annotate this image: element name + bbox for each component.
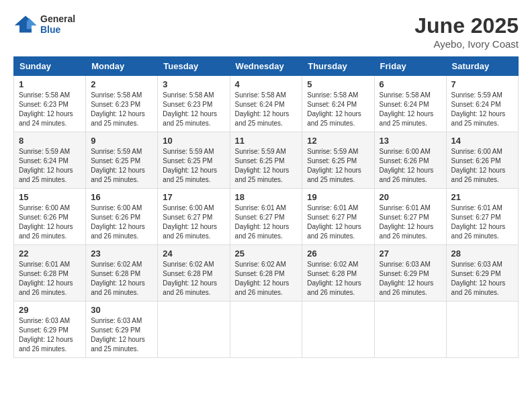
day-info: Sunrise: 5:58 AM Sunset: 6:24 PM Dayligh… [235,91,298,128]
day-info: Sunrise: 6:01 AM Sunset: 6:27 PM Dayligh… [451,203,513,241]
day-info: Sunrise: 5:58 AM Sunset: 6:23 PM Dayligh… [19,91,81,128]
calendar-cell: 21Sunrise: 6:01 AM Sunset: 6:27 PM Dayli… [446,189,518,245]
calendar-cell: 25Sunrise: 6:02 AM Sunset: 6:28 PM Dayli… [230,245,302,302]
calendar-cell: 14Sunrise: 6:00 AM Sunset: 6:26 PM Dayli… [446,132,518,189]
logo-text: General Blue [40,13,75,35]
calendar-cell: 18Sunrise: 6:01 AM Sunset: 6:27 PM Dayli… [230,189,302,245]
calendar-cell: 19Sunrise: 6:01 AM Sunset: 6:27 PM Dayli… [302,189,374,245]
day-info: Sunrise: 5:59 AM Sunset: 6:25 PM Dayligh… [235,147,298,185]
logo: General Blue [13,13,75,35]
day-number: 4 [235,79,298,89]
day-number: 2 [91,79,152,89]
logo-icon [13,14,38,34]
day-info: Sunrise: 6:00 AM Sunset: 6:26 PM Dayligh… [91,203,152,241]
day-number: 11 [235,136,298,146]
column-header-sunday: Sunday [14,57,86,76]
calendar-cell: 23Sunrise: 6:02 AM Sunset: 6:28 PM Dayli… [86,245,158,302]
calendar-cell: 22Sunrise: 6:01 AM Sunset: 6:28 PM Dayli… [14,245,86,302]
calendar-cell [446,302,518,358]
day-number: 16 [91,192,152,202]
day-info: Sunrise: 6:02 AM Sunset: 6:28 PM Dayligh… [163,260,224,298]
calendar-cell [230,302,302,358]
day-info: Sunrise: 5:58 AM Sunset: 6:24 PM Dayligh… [307,91,369,128]
day-number: 21 [451,192,513,202]
day-info: Sunrise: 6:02 AM Sunset: 6:28 PM Dayligh… [235,260,298,298]
day-info: Sunrise: 6:03 AM Sunset: 6:29 PM Dayligh… [380,260,441,298]
day-info: Sunrise: 5:58 AM Sunset: 6:24 PM Dayligh… [380,91,441,128]
calendar-cell: 13Sunrise: 6:00 AM Sunset: 6:26 PM Dayli… [374,132,446,189]
calendar-cell: 29Sunrise: 6:03 AM Sunset: 6:29 PM Dayli… [14,302,86,358]
svg-marker-1 [27,18,36,29]
day-number: 22 [19,248,81,259]
column-header-monday: Monday [86,57,158,76]
day-info: Sunrise: 6:00 AM Sunset: 6:26 PM Dayligh… [380,147,441,185]
day-number: 13 [380,136,441,146]
day-info: Sunrise: 6:00 AM Sunset: 6:26 PM Dayligh… [19,203,81,241]
day-number: 17 [163,192,224,202]
day-number: 10 [163,136,224,146]
calendar-header-row: SundayMondayTuesdayWednesdayThursdayFrid… [14,57,519,76]
calendar-cell: 16Sunrise: 6:00 AM Sunset: 6:26 PM Dayli… [86,189,158,245]
calendar-cell: 20Sunrise: 6:01 AM Sunset: 6:27 PM Dayli… [374,189,446,245]
day-number: 7 [451,79,513,89]
calendar-table: SundayMondayTuesdayWednesdayThursdayFrid… [13,56,519,358]
calendar-week-row: 29Sunrise: 6:03 AM Sunset: 6:29 PM Dayli… [14,302,519,358]
calendar-cell: 8Sunrise: 5:59 AM Sunset: 6:24 PM Daylig… [14,132,86,189]
day-number: 26 [307,248,369,259]
day-number: 12 [307,136,369,146]
day-number: 9 [91,136,152,146]
calendar-cell [158,302,230,358]
day-info: Sunrise: 6:03 AM Sunset: 6:29 PM Dayligh… [19,316,81,354]
calendar-cell: 10Sunrise: 5:59 AM Sunset: 6:25 PM Dayli… [158,132,230,189]
day-number: 25 [235,248,298,259]
day-number: 23 [91,248,152,259]
calendar-cell: 2Sunrise: 5:58 AM Sunset: 6:23 PM Daylig… [86,76,158,132]
day-number: 15 [19,192,81,202]
calendar-week-row: 22Sunrise: 6:01 AM Sunset: 6:28 PM Dayli… [14,245,519,302]
day-number: 27 [380,248,441,259]
day-info: Sunrise: 5:59 AM Sunset: 6:24 PM Dayligh… [19,147,81,185]
day-info: Sunrise: 6:01 AM Sunset: 6:27 PM Dayligh… [380,203,441,241]
calendar-cell: 26Sunrise: 6:02 AM Sunset: 6:28 PM Dayli… [302,245,374,302]
day-info: Sunrise: 5:59 AM Sunset: 6:24 PM Dayligh… [451,91,513,128]
day-number: 28 [451,248,513,259]
day-info: Sunrise: 5:59 AM Sunset: 6:25 PM Dayligh… [163,147,224,185]
day-number: 6 [380,79,441,89]
page-header: General Blue June 2025 Ayebo, Ivory Coas… [13,13,519,50]
day-number: 3 [163,79,224,89]
calendar-cell: 27Sunrise: 6:03 AM Sunset: 6:29 PM Dayli… [374,245,446,302]
day-info: Sunrise: 6:03 AM Sunset: 6:29 PM Dayligh… [91,316,152,354]
day-number: 24 [163,248,224,259]
calendar-cell: 28Sunrise: 6:03 AM Sunset: 6:29 PM Dayli… [446,245,518,302]
day-number: 5 [307,79,369,89]
calendar-cell: 11Sunrise: 5:59 AM Sunset: 6:25 PM Dayli… [230,132,302,189]
calendar-week-row: 1Sunrise: 5:58 AM Sunset: 6:23 PM Daylig… [14,76,519,132]
column-header-thursday: Thursday [302,57,374,76]
day-info: Sunrise: 5:58 AM Sunset: 6:23 PM Dayligh… [163,91,224,128]
day-info: Sunrise: 6:00 AM Sunset: 6:26 PM Dayligh… [451,147,513,185]
calendar-week-row: 8Sunrise: 5:59 AM Sunset: 6:24 PM Daylig… [14,132,519,189]
day-info: Sunrise: 6:00 AM Sunset: 6:27 PM Dayligh… [163,203,224,241]
day-info: Sunrise: 5:59 AM Sunset: 6:25 PM Dayligh… [91,147,152,185]
day-info: Sunrise: 6:01 AM Sunset: 6:27 PM Dayligh… [235,203,298,241]
calendar-cell: 3Sunrise: 5:58 AM Sunset: 6:23 PM Daylig… [158,76,230,132]
calendar-cell: 6Sunrise: 5:58 AM Sunset: 6:24 PM Daylig… [374,76,446,132]
calendar-cell [374,302,446,358]
day-number: 18 [235,192,298,202]
day-number: 14 [451,136,513,146]
calendar-cell: 4Sunrise: 5:58 AM Sunset: 6:24 PM Daylig… [230,76,302,132]
day-info: Sunrise: 6:01 AM Sunset: 6:27 PM Dayligh… [307,203,369,241]
calendar-cell: 30Sunrise: 6:03 AM Sunset: 6:29 PM Dayli… [86,302,158,358]
day-info: Sunrise: 5:59 AM Sunset: 6:25 PM Dayligh… [307,147,369,185]
day-info: Sunrise: 6:03 AM Sunset: 6:29 PM Dayligh… [451,260,513,298]
day-number: 1 [19,79,81,89]
calendar-cell: 9Sunrise: 5:59 AM Sunset: 6:25 PM Daylig… [86,132,158,189]
calendar-cell [302,302,374,358]
location-text: Ayebo, Ivory Coast [414,38,519,50]
calendar-cell: 1Sunrise: 5:58 AM Sunset: 6:23 PM Daylig… [14,76,86,132]
month-year-title: June 2025 [414,13,519,38]
calendar-cell: 17Sunrise: 6:00 AM Sunset: 6:27 PM Dayli… [158,189,230,245]
day-number: 30 [91,305,152,315]
day-number: 8 [19,136,81,146]
day-info: Sunrise: 5:58 AM Sunset: 6:23 PM Dayligh… [91,91,152,128]
